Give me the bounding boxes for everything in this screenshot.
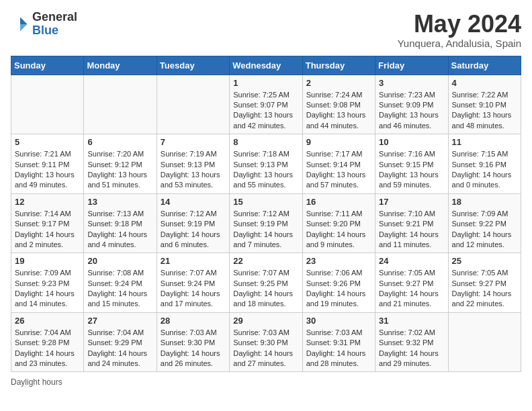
day-number: 14 (161, 197, 226, 207)
day-info: Sunrise: 7:20 AMSunset: 9:12 PMDaylight:… (87, 149, 152, 191)
day-info: Sunrise: 7:18 AMSunset: 9:13 PMDaylight:… (233, 149, 298, 191)
day-number: 9 (306, 137, 371, 147)
day-info: Sunrise: 7:23 AMSunset: 9:09 PMDaylight:… (379, 90, 444, 132)
day-info: Sunrise: 7:07 AMSunset: 9:24 PMDaylight:… (161, 268, 226, 310)
title-block: May 2024 Yunquera, Andalusia, Spain (398, 11, 521, 49)
day-cell: 19 Sunrise: 7:09 AMSunset: 9:23 PMDaylig… (11, 253, 84, 313)
day-number: 15 (233, 197, 298, 207)
svg-marker-0 (20, 17, 28, 24)
day-number: 25 (452, 256, 517, 266)
day-number: 29 (233, 316, 298, 326)
day-cell: 13 Sunrise: 7:13 AMSunset: 9:18 PMDaylig… (84, 193, 157, 253)
day-number: 18 (452, 197, 517, 207)
logo-general: General (32, 10, 77, 24)
day-number: 12 (15, 197, 80, 207)
day-number: 11 (452, 137, 517, 147)
day-header-tuesday: Tuesday (157, 56, 229, 75)
day-number: 10 (379, 137, 444, 147)
day-cell: 2 Sunrise: 7:24 AMSunset: 9:08 PMDayligh… (302, 75, 375, 134)
day-number: 28 (161, 316, 226, 326)
day-number: 2 (306, 78, 371, 88)
location: Yunquera, Andalusia, Spain (398, 38, 521, 49)
day-info: Sunrise: 7:04 AMSunset: 9:28 PMDaylight:… (15, 328, 80, 369)
day-cell: 17 Sunrise: 7:10 AMSunset: 9:21 PMDaylig… (375, 193, 448, 253)
day-info: Sunrise: 7:14 AMSunset: 9:17 PMDaylight:… (15, 209, 80, 250)
day-number: 27 (87, 316, 152, 326)
day-info: Sunrise: 7:17 AMSunset: 9:14 PMDaylight:… (306, 149, 371, 191)
day-info: Sunrise: 7:22 AMSunset: 9:10 PMDaylight:… (452, 90, 517, 132)
day-info: Sunrise: 7:04 AMSunset: 9:29 PMDaylight:… (87, 328, 152, 369)
day-number: 24 (379, 256, 444, 266)
day-info: Sunrise: 7:05 AMSunset: 9:27 PMDaylight:… (452, 268, 517, 310)
page-header: General Blue May 2024 Yunquera, Andalusi… (11, 11, 521, 49)
day-info: Sunrise: 7:09 AMSunset: 9:23 PMDaylight:… (15, 268, 80, 310)
day-info: Sunrise: 7:21 AMSunset: 9:11 PMDaylight:… (15, 149, 80, 191)
day-cell: 18 Sunrise: 7:09 AMSunset: 9:22 PMDaylig… (448, 193, 521, 253)
day-cell: 5 Sunrise: 7:21 AMSunset: 9:11 PMDayligh… (11, 134, 84, 194)
day-cell: 23 Sunrise: 7:06 AMSunset: 9:26 PMDaylig… (302, 253, 375, 313)
week-row-5: 26 Sunrise: 7:04 AMSunset: 9:28 PMDaylig… (11, 312, 521, 372)
day-number: 1 (233, 78, 298, 88)
logo-blue: Blue (32, 24, 58, 37)
day-cell (11, 75, 84, 134)
day-info: Sunrise: 7:13 AMSunset: 9:18 PMDaylight:… (87, 209, 152, 250)
day-info: Sunrise: 7:19 AMSunset: 9:13 PMDaylight:… (161, 149, 226, 191)
day-info: Sunrise: 7:02 AMSunset: 9:32 PMDaylight:… (379, 328, 444, 369)
day-cell: 9 Sunrise: 7:17 AMSunset: 9:14 PMDayligh… (302, 134, 375, 194)
day-number: 19 (15, 256, 80, 266)
day-info: Sunrise: 7:03 AMSunset: 9:30 PMDaylight:… (161, 328, 226, 369)
day-cell: 1 Sunrise: 7:25 AMSunset: 9:07 PMDayligh… (230, 75, 302, 134)
day-cell: 4 Sunrise: 7:22 AMSunset: 9:10 PMDayligh… (448, 75, 521, 134)
day-info: Sunrise: 7:24 AMSunset: 9:08 PMDaylight:… (306, 90, 371, 132)
day-info: Sunrise: 7:09 AMSunset: 9:22 PMDaylight:… (452, 209, 517, 250)
week-row-1: 1 Sunrise: 7:25 AMSunset: 9:07 PMDayligh… (11, 75, 521, 134)
day-number: 17 (379, 197, 444, 207)
day-cell: 14 Sunrise: 7:12 AMSunset: 9:19 PMDaylig… (157, 193, 229, 253)
month-title: May 2024 (398, 11, 521, 38)
day-header-thursday: Thursday (302, 56, 375, 75)
day-cell: 11 Sunrise: 7:15 AMSunset: 9:16 PMDaylig… (448, 134, 521, 194)
week-row-4: 19 Sunrise: 7:09 AMSunset: 9:23 PMDaylig… (11, 253, 521, 313)
day-number: 20 (87, 256, 152, 266)
day-number: 16 (306, 197, 371, 207)
day-cell: 29 Sunrise: 7:03 AMSunset: 9:30 PMDaylig… (230, 312, 302, 372)
day-header-wednesday: Wednesday (230, 56, 302, 75)
day-header-saturday: Saturday (448, 56, 521, 75)
day-info: Sunrise: 7:12 AMSunset: 9:19 PMDaylight:… (161, 209, 226, 250)
day-cell (448, 312, 521, 372)
day-header-sunday: Sunday (11, 56, 84, 75)
day-number: 8 (233, 137, 298, 147)
week-row-3: 12 Sunrise: 7:14 AMSunset: 9:17 PMDaylig… (11, 193, 521, 253)
day-info: Sunrise: 7:05 AMSunset: 9:27 PMDaylight:… (379, 268, 444, 310)
day-cell: 24 Sunrise: 7:05 AMSunset: 9:27 PMDaylig… (375, 253, 448, 313)
day-cell (157, 75, 229, 134)
day-info: Sunrise: 7:25 AMSunset: 9:07 PMDaylight:… (233, 90, 298, 132)
day-cell: 12 Sunrise: 7:14 AMSunset: 9:17 PMDaylig… (11, 193, 84, 253)
day-info: Sunrise: 7:03 AMSunset: 9:31 PMDaylight:… (306, 328, 371, 369)
logo-icon (11, 15, 30, 34)
day-info: Sunrise: 7:12 AMSunset: 9:19 PMDaylight:… (233, 209, 298, 250)
week-row-2: 5 Sunrise: 7:21 AMSunset: 9:11 PMDayligh… (11, 134, 521, 194)
day-info: Sunrise: 7:06 AMSunset: 9:26 PMDaylight:… (306, 268, 371, 310)
day-cell: 6 Sunrise: 7:20 AMSunset: 9:12 PMDayligh… (84, 134, 157, 194)
calendar-table: SundayMondayTuesdayWednesdayThursdayFrid… (11, 56, 521, 373)
day-info: Sunrise: 7:16 AMSunset: 9:15 PMDaylight:… (379, 149, 444, 191)
day-number: 23 (306, 256, 371, 266)
day-cell: 28 Sunrise: 7:03 AMSunset: 9:30 PMDaylig… (157, 312, 229, 372)
day-number: 30 (306, 316, 371, 326)
day-info: Sunrise: 7:15 AMSunset: 9:16 PMDaylight:… (452, 149, 517, 191)
day-info: Sunrise: 7:08 AMSunset: 9:24 PMDaylight:… (87, 268, 152, 310)
day-cell: 27 Sunrise: 7:04 AMSunset: 9:29 PMDaylig… (84, 312, 157, 372)
day-number: 7 (161, 137, 226, 147)
day-number: 6 (87, 137, 152, 147)
footer-note: Daylight hours (11, 377, 521, 387)
day-info: Sunrise: 7:07 AMSunset: 9:25 PMDaylight:… (233, 268, 298, 310)
day-number: 5 (15, 137, 80, 147)
day-cell: 25 Sunrise: 7:05 AMSunset: 9:27 PMDaylig… (448, 253, 521, 313)
day-cell: 3 Sunrise: 7:23 AMSunset: 9:09 PMDayligh… (375, 75, 448, 134)
day-cell: 31 Sunrise: 7:02 AMSunset: 9:32 PMDaylig… (375, 312, 448, 372)
day-cell: 26 Sunrise: 7:04 AMSunset: 9:28 PMDaylig… (11, 312, 84, 372)
day-info: Sunrise: 7:11 AMSunset: 9:20 PMDaylight:… (306, 209, 371, 250)
day-cell: 7 Sunrise: 7:19 AMSunset: 9:13 PMDayligh… (157, 134, 229, 194)
day-cell: 15 Sunrise: 7:12 AMSunset: 9:19 PMDaylig… (230, 193, 302, 253)
